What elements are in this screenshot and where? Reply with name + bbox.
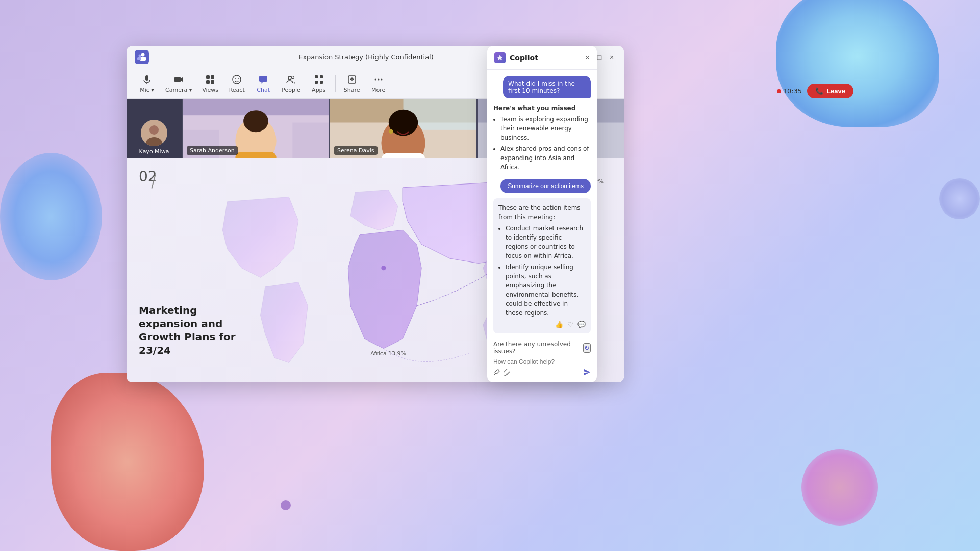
- more-label: More: [371, 87, 385, 93]
- svg-rect-18: [315, 75, 318, 78]
- more-icon: [372, 73, 385, 86]
- thumbs-up-button[interactable]: 👍: [555, 321, 563, 328]
- svg-point-16: [288, 76, 291, 80]
- svg-rect-44: [381, 153, 425, 158]
- toolbar-mic[interactable]: Mic ▾: [135, 71, 159, 95]
- time-display: 10:35: [777, 87, 802, 95]
- leave-label: Leave: [826, 87, 845, 95]
- bg-decoration-right-mid: [939, 178, 980, 219]
- apps-icon: [313, 73, 325, 86]
- response-feedback-row: 👍 ♡ 💬: [498, 321, 586, 328]
- toolbar-views[interactable]: Views: [198, 71, 222, 95]
- send-button[interactable]: [584, 369, 591, 377]
- avatar-kayo-miwa: [141, 120, 167, 146]
- svg-rect-4: [137, 57, 141, 60]
- views-label: Views: [202, 87, 218, 93]
- bg-decoration-bottom-left: [51, 373, 204, 551]
- toolbar-react[interactable]: React: [224, 71, 249, 95]
- chat-icon: [257, 73, 269, 86]
- camera-label: Camera ▾: [165, 87, 192, 93]
- toolbar-more[interactable]: More: [366, 71, 391, 95]
- map-label-africa: Africa 13.9%: [370, 350, 406, 357]
- svg-rect-10: [206, 80, 210, 84]
- copilot-icon: [494, 52, 506, 63]
- copilot-input-row: [493, 369, 591, 377]
- apps-label: Apps: [312, 87, 325, 93]
- unresolved-label: Are there any unresolved issues?: [493, 340, 580, 353]
- react-label: React: [229, 87, 245, 93]
- meeting-controls: 10:35 📞 Leave: [777, 84, 853, 98]
- copilot-header: Copilot ×: [487, 46, 597, 70]
- copilot-input-field[interactable]: [493, 358, 591, 365]
- bg-decoration-dot: [281, 500, 291, 510]
- svg-point-23: [374, 79, 376, 81]
- name-badge-serena: Serena Davis: [334, 146, 378, 155]
- copilot-close-button[interactable]: ×: [585, 53, 590, 62]
- svg-point-13: [235, 78, 236, 79]
- svg-point-25: [381, 79, 382, 81]
- copilot-header-left: Copilot: [494, 52, 538, 63]
- toolbar-share[interactable]: Share: [340, 71, 364, 95]
- react-icon: [231, 73, 243, 86]
- svg-point-52: [381, 266, 386, 270]
- action-response-box: These are the action items from this mee…: [493, 198, 591, 333]
- toolbar-chat[interactable]: Chat: [251, 71, 275, 95]
- toolbar-apps[interactable]: Apps: [307, 71, 331, 95]
- unresolved-issues-row: Are there any unresolved issues? ↻: [493, 338, 591, 353]
- toolbar-separator: [335, 75, 336, 92]
- video-feed-serena: Serena Davis: [330, 99, 478, 158]
- heart-button[interactable]: ♡: [567, 321, 573, 328]
- action-bullet-2: Identify unique selling points, such as …: [506, 263, 586, 318]
- copilot-body: What did I miss in the first 10 minutes?…: [487, 70, 597, 353]
- leave-button[interactable]: 📞 Leave: [807, 84, 853, 98]
- people-label: People: [282, 87, 300, 93]
- user-message-bubble: What did I miss in the first 10 minutes?: [503, 76, 591, 98]
- svg-rect-5: [145, 75, 148, 81]
- tools-icon-button[interactable]: [493, 369, 500, 377]
- response-bullet-1: Team is exploring expanding their renewa…: [500, 115, 591, 142]
- bg-decoration-left-mid: [0, 153, 102, 280]
- title-bar-left: [135, 50, 149, 64]
- svg-rect-11: [211, 80, 214, 84]
- svg-point-3: [139, 54, 141, 57]
- mic-label: Mic ▾: [140, 87, 154, 93]
- leave-phone-icon: 📞: [815, 87, 823, 95]
- action-response-intro: These are the action items from this mee…: [498, 204, 581, 221]
- people-icon: [285, 73, 297, 86]
- toolbar-people[interactable]: People: [278, 71, 305, 95]
- views-icon: [204, 73, 216, 86]
- svg-point-24: [378, 79, 379, 81]
- chat-label: Chat: [257, 87, 270, 93]
- copilot-panel: Copilot × What did I miss in the first 1…: [487, 46, 597, 382]
- name-badge-sarah: Sarah Anderson: [187, 146, 238, 155]
- comment-button[interactable]: 💬: [577, 321, 586, 328]
- copilot-title: Copilot: [510, 54, 538, 62]
- svg-rect-8: [206, 75, 210, 79]
- svg-rect-19: [320, 75, 323, 78]
- attach-icon-button[interactable]: [504, 369, 511, 377]
- toolbar-camera[interactable]: Camera ▾: [161, 71, 196, 95]
- camera-icon: [172, 73, 185, 86]
- mic-icon: [141, 73, 153, 86]
- copilot-input-area: [487, 353, 597, 382]
- svg-rect-15: [259, 76, 267, 82]
- svg-rect-20: [315, 81, 318, 84]
- response-intro: Here's what you missed: [493, 104, 575, 112]
- svg-rect-9: [211, 75, 214, 79]
- svg-rect-36: [235, 152, 276, 158]
- svg-rect-32: [292, 123, 329, 158]
- bg-decoration-bottom-right: [801, 449, 878, 526]
- participant-self: Kayo Miwa: [127, 99, 183, 158]
- window-title: Expansion Strategy (Highly Confidential): [298, 53, 434, 61]
- summarize-action-button[interactable]: Summarize our action items: [500, 179, 591, 193]
- response-bullet-2: Alex shared pros and cons of expanding i…: [500, 144, 591, 172]
- copilot-response: Here's what you missed Team is exploring…: [493, 103, 591, 174]
- svg-point-43: [389, 129, 393, 134]
- refresh-button[interactable]: ↻: [583, 343, 591, 353]
- response-bullets-list: Team is exploring expanding their renewa…: [493, 115, 591, 172]
- svg-point-27: [149, 125, 159, 135]
- video-feed-sarah: Sarah Anderson: [183, 99, 330, 158]
- close-button[interactable]: ×: [608, 53, 616, 61]
- svg-point-1: [141, 53, 145, 56]
- meeting-time: 10:35: [783, 87, 802, 95]
